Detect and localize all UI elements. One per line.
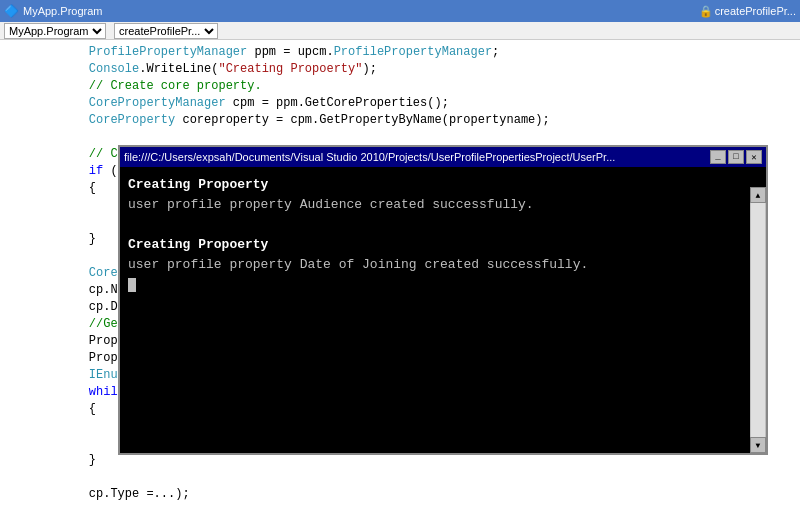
console-line (128, 215, 758, 235)
title-bar-title: MyApp.Program (23, 5, 102, 17)
scrollbar-up-btn[interactable]: ▲ (750, 187, 766, 203)
console-line: Creating Propoerty (128, 175, 758, 195)
code-line: CoreProperty coreproperty = cpm.GetPrope… (0, 112, 800, 129)
console-cursor (128, 278, 136, 292)
console-title-bar: file:///C:/Users/expsah/Documents/Visual… (120, 147, 766, 167)
method-selector[interactable]: createProfilePr... (114, 23, 218, 39)
class-selector[interactable]: MyApp.Program (4, 23, 106, 39)
title-bar-controls[interactable]: 🔒 createProfilePr... (699, 5, 796, 18)
code-line: // Create core property. (0, 78, 800, 95)
code-line: Console.WriteLine("Creating Propoerty"); (0, 61, 800, 78)
code-line (0, 469, 800, 486)
title-bar-icon: 🔒 (699, 5, 713, 18)
code-line (0, 503, 800, 519)
toolbar: MyApp.Program createProfilePr... (0, 22, 800, 40)
code-area: ProfilePropertyManager ppm = upcm.Profil… (0, 40, 800, 519)
app-icon: 🔷 (4, 4, 19, 19)
console-line: user profile property Date of Joining cr… (128, 255, 758, 275)
console-close-btn[interactable]: ✕ (746, 150, 762, 164)
console-line: user profile property Audience created s… (128, 195, 758, 215)
console-content: Creating Propoertyuser profile property … (120, 167, 766, 453)
scrollbar-track (751, 203, 765, 437)
console-line: Creating Propoerty (128, 235, 758, 255)
console-maximize-btn[interactable]: □ (728, 150, 744, 164)
title-bar-left: 🔷 MyApp.Program (4, 4, 102, 19)
code-line: ProfilePropertyManager ppm = upcm.Profil… (0, 44, 800, 61)
console-cursor-line (128, 275, 758, 295)
method-selector-label: createProfilePr... (715, 5, 796, 17)
console-scrollbar[interactable]: ▲ ▼ (750, 187, 766, 453)
title-bar: 🔷 MyApp.Program 🔒 createProfilePr... (0, 0, 800, 22)
ide-container: MyApp.Program createProfilePr... Profile… (0, 22, 800, 519)
code-line: cp.Type =...); (0, 486, 800, 503)
console-popup: file:///C:/Users/expsah/Documents/Visual… (118, 145, 768, 455)
console-minimize-btn[interactable]: _ (710, 150, 726, 164)
code-line (0, 129, 800, 146)
console-title-text: file:///C:/Users/expsah/Documents/Visual… (124, 151, 615, 163)
code-line: CorePropertyManager cpm = ppm.GetCorePro… (0, 95, 800, 112)
scrollbar-down-btn[interactable]: ▼ (750, 437, 766, 453)
console-title-buttons[interactable]: _ □ ✕ (710, 150, 762, 164)
